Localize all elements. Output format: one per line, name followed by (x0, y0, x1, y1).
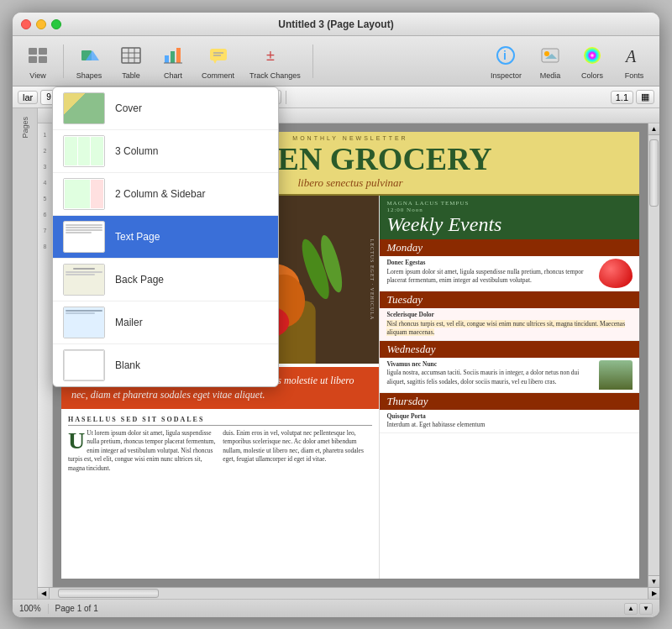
h-scrollbar[interactable]: ◀ ▶ (38, 587, 659, 599)
fonts-label: Fonts (625, 71, 644, 80)
comment-button[interactable]: Comment (197, 39, 239, 83)
tomato-image (599, 259, 633, 288)
textpage-thumbnail (63, 221, 105, 253)
tuesday-text: Scelerisque Dolor Nisl rhoncus turpis es… (386, 311, 633, 338)
article-col1-text: Ut lorem ipsum dolor sit amet, ligula su… (68, 429, 215, 472)
tuesday-section: Tuesday Scelerisque Dolor Nisl rhoncus t… (380, 291, 639, 341)
inspector-button[interactable]: i Inspector (486, 39, 527, 83)
3column-thumbnail (63, 135, 105, 167)
colors-icon (579, 42, 606, 69)
thursday-label: Thursday (380, 393, 639, 410)
thursday-title: Quisque Porta (386, 412, 425, 420)
wednesday-body: ligula nostra, accumsan taciti. Sociis m… (386, 369, 579, 385)
h-scroll-track[interactable] (50, 588, 648, 599)
thursday-body: Interdum at. Eget habitasse elementum (386, 421, 485, 428)
mailer-label: Mailer (115, 317, 143, 328)
window-title: Untitled 3 (Page Layout) (278, 18, 393, 30)
v-scrollbar[interactable]: ▲ ▼ (648, 123, 659, 587)
svg-rect-6 (122, 48, 140, 63)
drop-cap: U (68, 429, 85, 453)
wednesday-label: Wednesday (380, 341, 639, 358)
scroll-up-button[interactable]: ▲ (648, 123, 660, 135)
pages-sidebar: Pages (13, 108, 38, 599)
inspector-label: Inspector (491, 71, 522, 80)
page-nav-arrows: ▲ ▼ (624, 603, 653, 615)
svg-rect-15 (210, 49, 227, 60)
wednesday-title: Vivamus nec Nunc (386, 360, 437, 368)
fonts-button[interactable]: A Fonts (616, 39, 653, 83)
svg-text:A: A (624, 47, 637, 66)
template-2column-item[interactable]: 2 Column & Sidebar (53, 173, 278, 216)
fonts-icon: A (621, 42, 648, 69)
template-blank-item[interactable]: Blank (53, 344, 278, 386)
svg-text:±: ± (266, 47, 275, 64)
font-name-field[interactable]: lar (18, 91, 38, 104)
template-mailer-item[interactable]: Mailer (53, 301, 278, 344)
template-textpage-item[interactable]: Text Page (53, 216, 278, 259)
titlebar: Untitled 3 (Page Layout) (13, 13, 659, 36)
thursday-section: Thursday Quisque Porta Interdum at. Eget… (380, 393, 639, 433)
colors-label: Colors (581, 71, 603, 80)
cover-label: Cover (115, 102, 142, 114)
track-changes-button[interactable]: ± Track Changes (244, 39, 306, 83)
next-page-button[interactable]: ▼ (639, 603, 653, 615)
shapes-label: Shapes (76, 71, 102, 80)
media-button[interactable]: Media (532, 39, 569, 83)
article-section: HASELLUS SED SIT SODALES U Ut lorem ipsu… (61, 412, 379, 477)
events-top: MAGNA LACUS TEMPUS 12:00 Noon (386, 200, 633, 213)
svg-rect-2 (29, 56, 37, 63)
table-label: Table (122, 71, 140, 80)
traffic-lights (21, 19, 61, 29)
scroll-thumb[interactable] (649, 139, 659, 207)
veggie-side-text: LECTUS EGET · VEHICULA (370, 239, 375, 320)
template-cover-item[interactable]: Cover (53, 87, 278, 130)
3column-label: 3 Column (115, 145, 158, 157)
pages-label: Pages (21, 117, 29, 139)
svg-rect-1 (39, 48, 47, 55)
minimize-button[interactable] (36, 19, 46, 29)
tuesday-body: Nisl rhoncus turpis est, vel elit, congu… (386, 320, 625, 337)
wednesday-section: Wednesday Vivamus nec Nunc ligula nostra… (380, 341, 639, 393)
chart-button[interactable]: Chart (155, 39, 192, 83)
backpage-label: Back Page (115, 274, 164, 286)
main-window: Untitled 3 (Page Layout) View (13, 13, 659, 617)
scroll-left-button[interactable]: ◀ (38, 588, 50, 600)
track-changes-icon: ± (261, 42, 288, 69)
toolbar: View Shapes Table (13, 36, 659, 86)
svg-rect-11 (165, 55, 169, 63)
view-icon (24, 42, 51, 69)
view-button[interactable]: View (19, 39, 56, 83)
line-spacing-button[interactable]: 1.1 (611, 91, 633, 104)
template-3column-item[interactable]: 3 Column (53, 130, 278, 173)
media-label: Media (540, 71, 561, 80)
monday-body: Lorem ipsum dolor sit amet, ligula suspe… (386, 268, 583, 285)
shapes-icon (76, 42, 102, 69)
inspector-icon: i (492, 42, 519, 69)
prev-page-button[interactable]: ▲ (624, 603, 638, 615)
article-body: U Ut lorem ipsum dolor sit amet, ligula … (68, 429, 372, 474)
track-changes-label: Track Changes (249, 71, 301, 80)
thursday-text: Quisque Porta Interdum at. Eget habitass… (386, 412, 633, 430)
h-scroll-thumb[interactable] (58, 589, 159, 598)
view-label: View (29, 71, 45, 80)
monday-content: Donec Egestas Lorem ipsum dolor sit amet… (380, 256, 639, 291)
scroll-down-button[interactable]: ▼ (648, 575, 660, 587)
maximize-button[interactable] (51, 19, 61, 29)
events-title: Weekly Events (386, 213, 633, 235)
table-button[interactable]: Table (113, 39, 150, 83)
template-backpage-item[interactable]: Back Page (53, 259, 278, 301)
svg-text:i: i (503, 49, 507, 62)
shapes-button[interactable]: Shapes (71, 39, 108, 83)
comment-icon (205, 42, 232, 69)
article-col2: duis. Enim eros in vel, volutpat nec pel… (223, 429, 372, 474)
column-layout-button[interactable]: ▦ (636, 90, 654, 104)
fmt-sep-3 (286, 91, 286, 104)
scroll-track[interactable] (648, 135, 659, 575)
colors-button[interactable]: Colors (574, 39, 611, 83)
scroll-right-button[interactable]: ▶ (648, 588, 659, 600)
close-button[interactable] (21, 19, 31, 29)
svg-rect-13 (176, 48, 181, 63)
svg-rect-0 (29, 48, 37, 55)
tuesday-content: Scelerisque Dolor Nisl rhoncus turpis es… (380, 308, 639, 340)
monday-title: Donec Egestas (386, 259, 425, 266)
